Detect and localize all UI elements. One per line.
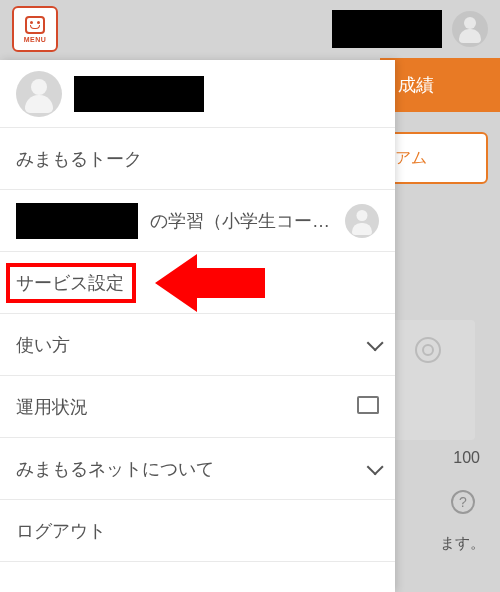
- menu-item-label: みまもるトーク: [16, 147, 379, 171]
- menu-item-usage[interactable]: 使い方: [0, 314, 395, 376]
- outline-button[interactable]: アム: [388, 132, 488, 184]
- menu-face-icon: [25, 16, 45, 34]
- menu-item-label: 使い方: [16, 333, 355, 357]
- menu-item-label: 運用状況: [16, 395, 349, 419]
- menu-label: MENU: [24, 36, 47, 43]
- menu-panel: みまもるトーク の学習（小学生コー… サービス設定 使い方 運用状況 みまもるネ…: [0, 60, 395, 592]
- header-right: [332, 10, 488, 48]
- chevron-down-icon: [367, 458, 384, 475]
- tab-results[interactable]: 成績: [380, 58, 500, 112]
- menu-item-label: サービス設定: [16, 271, 379, 295]
- avatar-icon: [16, 71, 62, 117]
- help-icon[interactable]: ?: [451, 490, 475, 514]
- menu-button[interactable]: MENU: [12, 6, 58, 52]
- child-name-masked: [16, 203, 138, 239]
- menu-item-about[interactable]: みまもるネットについて: [0, 438, 395, 500]
- chevron-down-icon: [367, 334, 384, 351]
- menu-item-learning[interactable]: の学習（小学生コー…: [0, 190, 395, 252]
- menu-item-logout[interactable]: ログアウト: [0, 500, 395, 562]
- score-value: 100: [453, 449, 480, 467]
- header: MENU: [0, 0, 500, 58]
- external-window-icon: [361, 400, 379, 414]
- menu-item-operation-status[interactable]: 運用状況: [0, 376, 395, 438]
- profile-name-masked: [74, 76, 204, 112]
- menu-item-profile[interactable]: [0, 60, 395, 128]
- paragraph-fragment: ます。: [440, 534, 485, 553]
- avatar-icon[interactable]: [452, 11, 488, 47]
- menu-item-label: みまもるネットについて: [16, 457, 355, 481]
- circle-icon: [415, 337, 441, 363]
- tab-results-label: 成績: [398, 73, 434, 97]
- avatar-icon: [345, 204, 379, 238]
- menu-item-label: の学習（小学生コー…: [150, 209, 333, 233]
- header-title-masked: [332, 10, 442, 48]
- menu-item-label: ログアウト: [16, 519, 379, 543]
- menu-item-mimamoru-talk[interactable]: みまもるトーク: [0, 128, 395, 190]
- menu-item-service-settings[interactable]: サービス設定: [0, 252, 395, 314]
- outline-button-label: アム: [395, 148, 427, 169]
